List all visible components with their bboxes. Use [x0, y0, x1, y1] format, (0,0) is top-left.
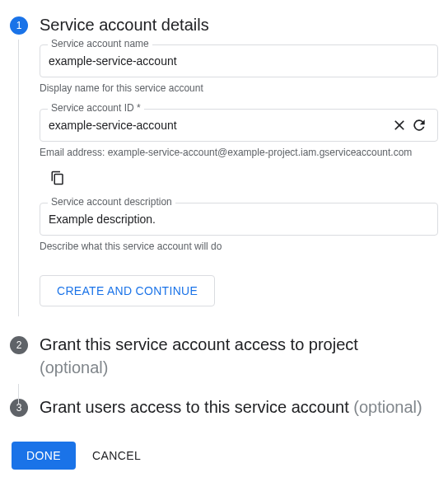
action-row: DONE CANCEL — [10, 442, 438, 470]
name-input[interactable] — [49, 54, 429, 68]
step-2-optional: (optional) — [40, 358, 108, 376]
step-1-content: Service account name Display name for th… — [40, 44, 438, 323]
step-3-indicator: 3 — [10, 399, 28, 417]
desc-helper: Describe what this service account will … — [40, 241, 438, 252]
desc-input[interactable] — [49, 213, 429, 226]
id-field-wrapper: Service account ID * — [40, 109, 438, 142]
copy-icon[interactable] — [48, 168, 68, 188]
desc-field-wrapper: Service account description — [40, 203, 438, 236]
step-1-indicator: 1 — [10, 16, 28, 35]
id-input[interactable] — [49, 119, 390, 132]
create-and-continue-button[interactable]: CREATE AND CONTINUE — [40, 275, 215, 306]
step-2-indicator: 2 — [10, 336, 28, 354]
cancel-button[interactable]: CANCEL — [92, 449, 141, 462]
id-label: Service account ID * — [48, 102, 144, 114]
done-button[interactable]: DONE — [12, 442, 76, 470]
step-1-section: 1 Service account details Service accoun… — [10, 13, 438, 323]
step-3-optional: (optional) — [353, 398, 422, 416]
name-helper: Display name for this service account — [40, 82, 438, 94]
id-helper: Email address: example-service-account@e… — [40, 147, 438, 158]
step-3-section: 3 Grant users access to this service acc… — [10, 395, 438, 419]
step-2-section: 2 Grant this service account access to p… — [10, 333, 438, 379]
name-label: Service account name — [48, 38, 152, 49]
desc-label: Service account description — [48, 196, 175, 208]
clear-icon[interactable] — [390, 115, 409, 135]
step-1-title: Service account details — [40, 13, 209, 36]
name-field-wrapper: Service account name — [40, 44, 438, 77]
step-2-title[interactable]: Grant this service account access to pro… — [40, 333, 358, 379]
step-3-title[interactable]: Grant users access to this service accou… — [40, 395, 422, 419]
refresh-icon[interactable] — [409, 115, 429, 135]
